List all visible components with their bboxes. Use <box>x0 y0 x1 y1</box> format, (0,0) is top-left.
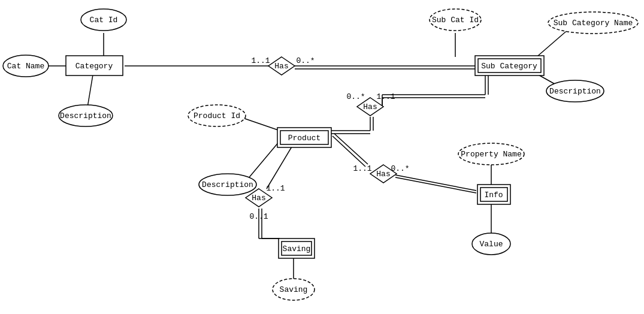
attr-product-id-label: Product Id <box>193 111 240 120</box>
attr-prod-desc-label: Description <box>202 180 253 189</box>
rel-has4-label: Has <box>252 194 265 203</box>
card-has1-right: 0..* <box>296 56 315 65</box>
card-has3-left: 1..1 <box>353 164 371 173</box>
entity-product-label: Product <box>288 134 321 143</box>
attr-sub-cat-name-label: Sub Category Name <box>554 19 633 28</box>
line-prod-has3-1 <box>332 136 365 167</box>
card-has1-left: 1..1 <box>251 56 270 65</box>
card-has2-right: 1..1 <box>376 92 395 101</box>
line-prod-id <box>240 117 280 131</box>
attr-cat-desc-label: Description <box>60 111 111 120</box>
attr-sub-cat-id-label: Sub Cat Id <box>432 16 479 25</box>
line-has3-info-2 <box>395 177 476 193</box>
entity-saving-label: Saving <box>283 244 311 253</box>
rel-has1-label: Has <box>274 62 288 71</box>
card-has2-left: 0..* <box>346 92 365 101</box>
card-has4-top: 1..1 <box>266 184 285 193</box>
attr-saving-label: Saving <box>280 285 308 294</box>
attr-sub-desc-label: Description <box>549 87 601 96</box>
line-has3-info-1 <box>395 175 476 191</box>
entity-sub-category-label: Sub Category <box>481 62 537 71</box>
entity-info-label: Info <box>484 191 503 200</box>
er-diagram: Category Sub Category Product Info Savin… <box>0 0 644 314</box>
line-prod-has4 <box>267 147 292 189</box>
attr-prop-name-label: Property Name <box>461 150 521 159</box>
attr-cat-id-label: Cat Id <box>90 16 118 25</box>
attr-cat-name-label: Cat Name <box>7 62 44 71</box>
entity-category-label: Category <box>75 62 113 71</box>
rel-has2-label: Has <box>363 102 377 111</box>
card-has3-right: 0..* <box>391 164 409 173</box>
card-has4-bottom: 0..1 <box>249 212 268 221</box>
line-prod-has3-2 <box>334 134 368 164</box>
attr-value-label: Value <box>479 240 503 249</box>
line-sub-cat-name <box>533 29 569 60</box>
rel-has3-label: Has <box>376 170 390 179</box>
